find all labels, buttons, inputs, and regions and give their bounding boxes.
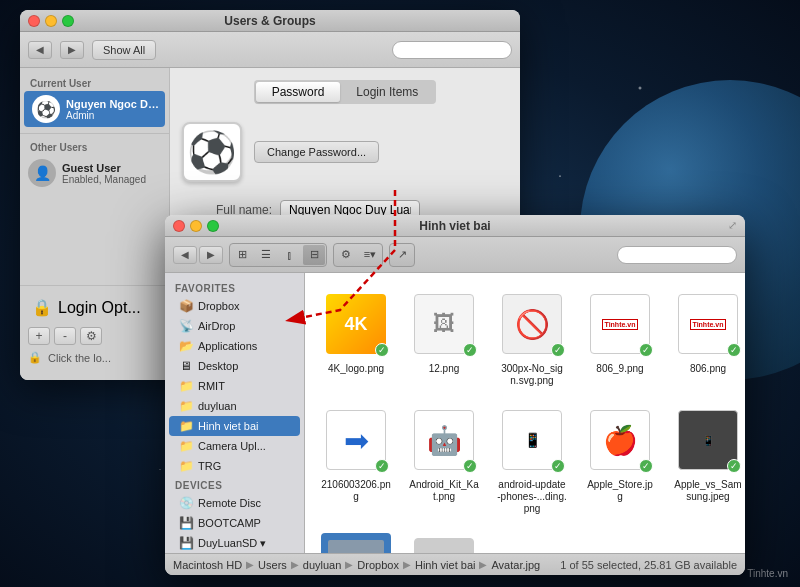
- gear-action-button[interactable]: ⚙: [335, 245, 357, 265]
- sidebar-item-trg[interactable]: 📁 TRG: [169, 456, 300, 476]
- sidebar-item-hinh-viet-bai[interactable]: 📁 Hinh viet bai: [169, 416, 300, 436]
- tab-login-items[interactable]: Login Items: [340, 82, 434, 102]
- list-view-button[interactable]: ☰: [255, 245, 277, 265]
- maximize-button[interactable]: [62, 15, 74, 27]
- hinh-viet-bai-label: Hinh viet bai: [198, 420, 259, 432]
- breadcrumb-hinh: Hinh viet bai: [415, 559, 476, 571]
- login-options-button[interactable]: 🔒 Login Opt...: [28, 294, 161, 321]
- finder-expand-icon[interactable]: ⤢: [728, 219, 737, 232]
- lock-area[interactable]: 🔒 Click the lo...: [28, 351, 161, 364]
- login-options-icon: 🔒: [32, 298, 52, 317]
- file-item-avatar[interactable]: 👤 ✓ Avatar.jpg: [317, 529, 395, 553]
- breadcrumb-sep: ▶: [345, 559, 353, 570]
- avatar-large[interactable]: ⚽: [182, 122, 242, 182]
- sidebar-item-remote-disc[interactable]: 💿 Remote Disc: [169, 493, 300, 513]
- file-thumb-wrap: 🍎 ✓: [585, 405, 655, 475]
- check-badge: ✓: [375, 459, 389, 473]
- file-item[interactable]: Tinhte.vn ✓ 806.png: [669, 285, 745, 391]
- finder-minimize-button[interactable]: [190, 220, 202, 232]
- finder-back-button[interactable]: ◀: [173, 246, 197, 264]
- gear-button[interactable]: ⚙: [80, 327, 102, 345]
- change-password-button[interactable]: Change Password...: [254, 141, 379, 163]
- file-item[interactable]: 🚫 ✓ 300px-No_sign.svg.png: [493, 285, 571, 391]
- file-thumb-wrap: 4K ✓: [321, 289, 391, 359]
- sidebar-item-duyluansd[interactable]: 💾 DuyLuanSD ▾: [169, 533, 300, 553]
- file-item[interactable]: 🍎 ✓ Apple_Store.jpg: [581, 401, 659, 519]
- breadcrumb-macintosh: Macintosh HD: [173, 559, 242, 571]
- breadcrumb-sep: ▶: [479, 559, 487, 570]
- sidebar-item-rmit[interactable]: 📁 RMIT: [169, 376, 300, 396]
- watermark: Tinhte.vn: [747, 568, 788, 579]
- rmit-icon: 📁: [179, 379, 193, 393]
- devices-title: DEVICES: [165, 476, 304, 493]
- remote-disc-icon: 💿: [179, 496, 193, 510]
- sidebar-item-applications[interactable]: 📂 Applications: [169, 336, 300, 356]
- file-thumb-wrap: 🚫 ✓: [497, 289, 567, 359]
- ug-sidebar: Current User ⚽ Nguyen Ngoc Duy... Admin …: [20, 68, 170, 380]
- share-group: ↗: [389, 243, 415, 267]
- finder-maximize-button[interactable]: [207, 220, 219, 232]
- finder-window: Hinh viet bai ⤢ ◀ ▶ ⊞ ☰ ⫿ ⊟ ⚙ ≡▾ ↗ FAVOR…: [165, 215, 745, 575]
- file-item[interactable]: 🤖 ✓ Android_Kit_Kat.png: [405, 401, 483, 519]
- dropbox-label: Dropbox: [198, 300, 240, 312]
- share-button[interactable]: ↗: [391, 245, 413, 265]
- column-view-button[interactable]: ⫿: [279, 245, 301, 265]
- guest-user-item[interactable]: 👤 Guest User Enabled, Managed: [20, 155, 169, 191]
- file-label: Apple_vs_Samsung.jpeg: [673, 479, 743, 503]
- file-label: 2106003206.png: [321, 479, 391, 503]
- current-user-role: Admin: [66, 110, 161, 121]
- desktop-icon: 🖥: [179, 359, 193, 373]
- dropbox-icon: 📦: [179, 299, 193, 313]
- file-item[interactable]: ➡ ✓ 2106003206.png: [317, 401, 395, 519]
- view-mode-group: ⊞ ☰ ⫿ ⊟: [229, 243, 327, 267]
- file-item[interactable]: 4K ✓ 4K_logo.png: [317, 285, 395, 391]
- desktop-label: Desktop: [198, 360, 238, 372]
- duyluan-label: duyluan: [198, 400, 237, 412]
- trg-icon: 📁: [179, 459, 193, 473]
- sidebar-item-duyluan[interactable]: 📁 duyluan: [169, 396, 300, 416]
- remove-user-button[interactable]: -: [54, 327, 76, 345]
- check-badge: ✓: [551, 459, 565, 473]
- lock-label: Click the lo...: [48, 352, 111, 364]
- sidebar-item-airdrop[interactable]: 📡 AirDrop: [169, 316, 300, 336]
- file-label: Android_Kit_Kat.png: [409, 479, 479, 503]
- file-item[interactable]: Tinhte.vn ✓ 806_9.png: [581, 285, 659, 391]
- file-thumb-wrap: 📱 ✓: [673, 405, 743, 475]
- minimize-button[interactable]: [45, 15, 57, 27]
- guest-user-info: Guest User Enabled, Managed: [62, 162, 146, 185]
- file-label: Apple_Store.jpg: [585, 479, 655, 503]
- guest-user-name: Guest User: [62, 162, 146, 174]
- finder-search-input[interactable]: [617, 246, 737, 264]
- finder-forward-button[interactable]: ▶: [199, 246, 223, 264]
- finder-close-button[interactable]: [173, 220, 185, 232]
- file-item[interactable]: 📱 ✓ android-update-phones-...ding.png: [493, 401, 571, 519]
- file-item[interactable]: 🖼 ✓ 12.png: [405, 285, 483, 391]
- forward-button[interactable]: ▶: [60, 41, 84, 59]
- ug-window-title: Users & Groups: [224, 14, 315, 28]
- sidebar-item-camera[interactable]: 📁 Camera Upl...: [169, 436, 300, 456]
- finder-titlebar: Hinh viet bai ⤢: [165, 215, 745, 237]
- file-item[interactable]: ⌨ ✓ Ban_phim_Windows_Phone.jpg: [405, 529, 483, 553]
- cover-flow-button[interactable]: ⊟: [303, 245, 325, 265]
- add-user-button[interactable]: +: [28, 327, 50, 345]
- finder-main: 4K ✓ 4K_logo.png 🖼 ✓ 12.png 🚫: [305, 273, 745, 553]
- ug-search-input[interactable]: [392, 41, 512, 59]
- tab-password[interactable]: Password: [256, 82, 341, 102]
- current-user-item[interactable]: ⚽ Nguyen Ngoc Duy... Admin: [24, 91, 165, 127]
- arrange-button[interactable]: ≡▾: [359, 245, 381, 265]
- back-button[interactable]: ◀: [28, 41, 52, 59]
- icon-view-button[interactable]: ⊞: [231, 245, 253, 265]
- sidebar-item-desktop[interactable]: 🖥 Desktop: [169, 356, 300, 376]
- sidebar-item-dropbox[interactable]: 📦 Dropbox: [169, 296, 300, 316]
- applications-label: Applications: [198, 340, 257, 352]
- file-item[interactable]: 📱 ✓ Apple_vs_Samsung.jpeg: [669, 401, 745, 519]
- check-badge: ✓: [463, 459, 477, 473]
- airdrop-icon: 📡: [179, 319, 193, 333]
- show-all-button[interactable]: Show All: [92, 40, 156, 60]
- current-user-avatar: ⚽: [32, 95, 60, 123]
- other-users-label: Other Users: [20, 140, 169, 155]
- ug-sidebar-users: Current User ⚽ Nguyen Ngoc Duy... Admin …: [20, 76, 169, 285]
- close-button[interactable]: [28, 15, 40, 27]
- ug-titlebar: Users & Groups: [20, 10, 520, 32]
- sidebar-item-bootcamp[interactable]: 💾 BOOTCAMP: [169, 513, 300, 533]
